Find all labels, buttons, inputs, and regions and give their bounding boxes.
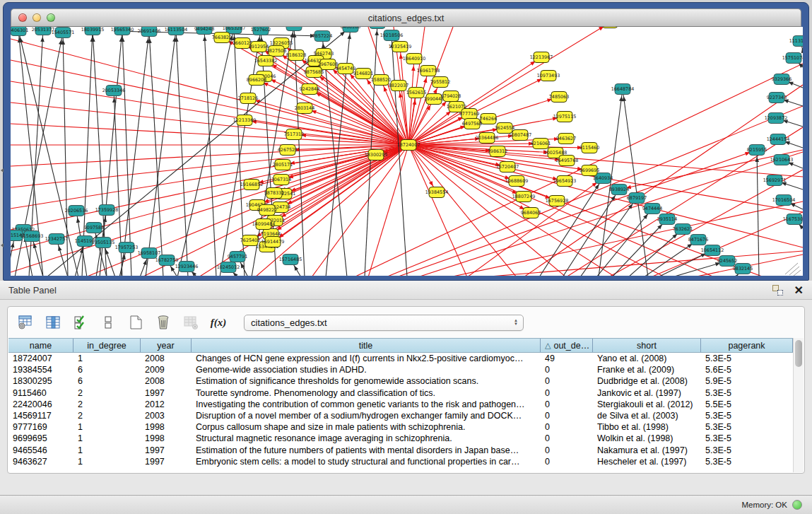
column-header-in-degree[interactable]: in_degree: [73, 339, 141, 352]
graph-node-teal[interactable]: 7857224: [312, 31, 332, 42]
graph-node-yellow[interactable]: 19654923: [553, 176, 577, 187]
graph-node-yellow[interactable]: 16961758: [417, 66, 440, 76]
graph-node-teal[interactable]: 17957253: [115, 243, 139, 253]
graph-node-teal[interactable]: 8813054: [367, 27, 387, 29]
graph-node-teal[interactable]: 17359928: [95, 205, 119, 216]
graph-node-teal[interactable]: 19218506: [380, 30, 404, 41]
graph-node-yellow[interactable]: 2633074: [600, 27, 620, 28]
graph-node-yellow[interactable]: 9827508: [266, 46, 286, 57]
zoom-button[interactable]: [47, 13, 55, 22]
table-row[interactable]: 911546021997Tourette syndrome. Phenomeno…: [8, 387, 793, 399]
graph-node-teal[interactable]: 11131874: [789, 36, 803, 47]
graph-node-teal[interactable]: 11675300: [783, 214, 803, 225]
table-row[interactable]: 969969511998Structural magnetic resonanc…: [8, 433, 793, 444]
table-row[interactable]: 1872400712008Changes of HCN gene express…: [8, 353, 793, 364]
panel-collapse-arrow[interactable]: [1, 243, 4, 247]
table-row[interactable]: 1456911722003Disruption of a novel membe…: [8, 410, 793, 421]
scrollbar-thumb[interactable]: [795, 340, 802, 367]
graph-node-yellow[interactable]: 19384554: [425, 187, 449, 198]
graph-node-teal[interactable]: 16113504: [165, 27, 188, 35]
graph-node-yellow[interactable]: 7986312: [488, 146, 507, 157]
graph-node-yellow[interactable]: 4267521: [278, 145, 298, 156]
table-row[interactable]: 977716911998Corpus callosum shape and si…: [8, 421, 793, 433]
graph-node-yellow[interactable]: 12975115: [553, 112, 577, 122]
graph-node-teal[interactable]: 8215955: [747, 145, 767, 156]
graph-node-yellow[interactable]: 6794028: [441, 91, 461, 102]
graph-node-teal[interactable]: 9227343: [767, 93, 787, 103]
graph-node-teal[interactable]: 2935114: [657, 214, 677, 225]
graph-node-teal[interactable]: 9457791: [228, 252, 247, 262]
column-header-short[interactable]: short: [593, 339, 701, 352]
graph-node-yellow[interactable]: 6216061: [531, 139, 551, 149]
table-settings-icon[interactable]: [16, 313, 35, 332]
column-header-out-degree[interactable]: △ out_de…: [541, 339, 593, 352]
close-panel-icon[interactable]: ✕: [794, 285, 804, 296]
graph-node-yellow[interactable]: 9699695: [579, 165, 599, 176]
graph-node-teal[interactable]: 12093872: [765, 113, 788, 124]
graph-node-yellow[interactable]: 18640910: [403, 54, 426, 64]
graph-node-teal[interactable]: 15405571: [52, 28, 75, 38]
new-table-icon[interactable]: [126, 313, 145, 332]
graph-node-yellow[interactable]: 2718126: [238, 93, 258, 104]
graph-node-yellow[interactable]: 8186328: [286, 50, 306, 61]
graph-node-teal[interactable]: 9329366: [772, 74, 792, 85]
graph-node-yellow[interactable]: 5878332: [264, 188, 284, 199]
graph-node-yellow[interactable]: 19166852: [240, 180, 264, 190]
row-height-icon[interactable]: [99, 313, 117, 332]
graph-node-teal[interactable]: 20053346: [102, 86, 126, 96]
graph-node-teal[interactable]: 12444154: [767, 134, 790, 145]
table-row[interactable]: 946554611997Estimation of the future num…: [8, 445, 793, 456]
graph-node-teal[interactable]: 9406301: [11, 27, 28, 36]
table-row[interactable]: 1830029562008Estimation of significance …: [8, 375, 793, 387]
table-selector-dropdown[interactable]: citations_edges.txt ▲▼: [244, 315, 524, 331]
graph-node-teal[interactable]: 1527602: [251, 27, 271, 35]
graph-node-teal[interactable]: 19565340: [111, 27, 134, 35]
graph-node-yellow[interactable]: 7625402: [240, 235, 260, 246]
graph-node-yellow[interactable]: 746266: [480, 114, 497, 124]
graph-node-teal[interactable]: 16648784: [611, 84, 635, 95]
graph-node-teal[interactable]: 12342757: [45, 234, 69, 245]
table-row[interactable]: 1938455462009Genome-wide association stu…: [8, 364, 793, 375]
graph-node-teal[interactable]: 8471676: [688, 235, 708, 245]
graph-node-teal[interactable]: 9832145: [733, 264, 753, 274]
graph-node-teal[interactable]: 13505135: [92, 238, 115, 248]
graph-node-teal[interactable]: 8938924: [609, 185, 629, 195]
graph-node-yellow[interactable]: 3067314: [271, 175, 291, 185]
graph-node-yellow[interactable]: 6497568: [462, 119, 482, 129]
graph-node-teal[interactable]: 15751074: [782, 53, 803, 64]
network-canvas[interactable]: 9406301205313771540557118039915195653402…: [11, 27, 803, 276]
column-header-year[interactable]: year: [141, 339, 192, 352]
graph-node-teal[interactable]: 6466160: [341, 27, 360, 33]
graph-node-yellow[interactable]: 12213369: [233, 115, 257, 126]
graph-node-teal[interactable]: 9245652: [717, 256, 737, 267]
graph-node-teal[interactable]: 16053809: [283, 27, 306, 31]
graph-node-teal[interactable]: 9097588: [84, 223, 104, 233]
graph-node-yellow[interactable]: 9242848: [300, 84, 319, 95]
graph-node-yellow[interactable]: 7485063: [549, 92, 569, 103]
delete-rows-icon[interactable]: [154, 313, 172, 332]
function-builder-icon[interactable]: f(x): [209, 313, 228, 332]
graph-node-teal[interactable]: 18039915: [81, 27, 105, 35]
graph-node-yellow[interactable]: 9875685: [304, 67, 324, 78]
show-columns-icon[interactable]: [44, 313, 62, 332]
graph-node-teal[interactable]: 15692971: [763, 175, 787, 186]
graph-node-teal[interactable]: 6879197: [627, 193, 647, 204]
graph-node-teal[interactable]: 9474444: [642, 204, 662, 214]
select-rows-icon[interactable]: [71, 313, 90, 332]
graph-node-yellow[interactable]: 9115460: [579, 143, 599, 153]
column-header-name[interactable]: name: [8, 339, 73, 352]
window-titlebar[interactable]: citations_edges.txt: [11, 8, 801, 27]
graph-node-yellow[interactable]: 16543382: [254, 56, 278, 66]
graph-node-yellow[interactable]: 8966204: [247, 75, 266, 86]
column-header-pagerank[interactable]: pagerank: [701, 339, 793, 352]
graph-node-teal[interactable]: 20691406: [138, 27, 161, 37]
graph-node-yellow[interactable]: 9684067: [521, 208, 541, 218]
graph-node-teal[interactable]: 9494248: [194, 27, 214, 35]
graph-node-yellow[interactable]: 12213967: [530, 52, 553, 63]
graph-node-yellow[interactable]: 9777169: [459, 109, 479, 119]
table-row[interactable]: 946362711997Embryonic stem cells: a mode…: [8, 456, 793, 467]
graph-node-yellow[interactable]: 9498222: [257, 205, 277, 216]
float-panel-icon[interactable]: [772, 285, 783, 296]
minimize-button[interactable]: [33, 13, 41, 22]
graph-node-teal[interactable]: 12923446: [175, 262, 199, 272]
